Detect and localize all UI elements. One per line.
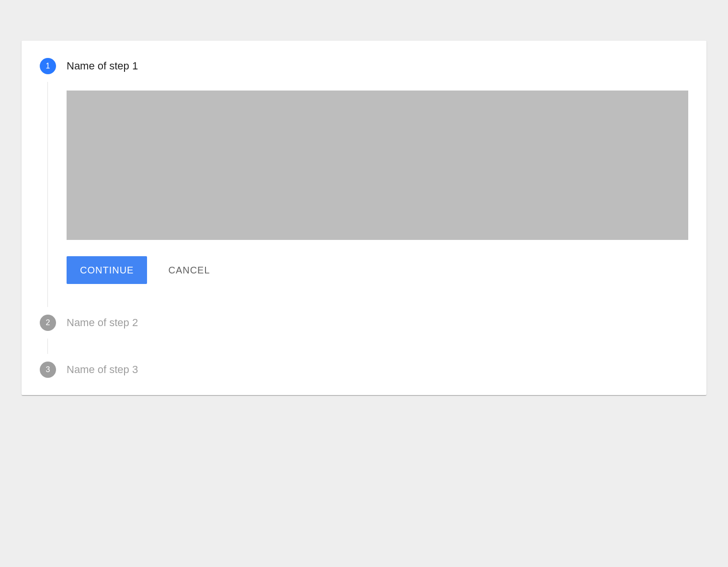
step-1-number-icon: 1 <box>40 58 56 74</box>
step-1-body: CONTINUE CANCEL <box>47 76 688 313</box>
step-1-header[interactable]: 1 Name of step 1 <box>40 56 688 76</box>
cancel-button[interactable]: CANCEL <box>168 265 210 276</box>
step-2-header[interactable]: 2 Name of step 2 <box>40 313 688 333</box>
step-2-number: 2 <box>46 318 50 327</box>
step-3-header[interactable]: 3 Name of step 3 <box>40 360 688 380</box>
step-1: 1 Name of step 1 CONTINUE CANCEL <box>40 56 688 313</box>
step-3: 3 Name of step 3 <box>40 360 688 380</box>
step-2-number-icon: 2 <box>40 315 56 331</box>
step-3-number: 3 <box>46 365 50 374</box>
step-1-actions: CONTINUE CANCEL <box>67 256 688 284</box>
step-2: 2 Name of step 2 <box>40 313 688 360</box>
continue-button[interactable]: CONTINUE <box>67 256 147 284</box>
step-2-label: Name of step 2 <box>67 317 138 329</box>
step-1-content-placeholder <box>67 91 688 240</box>
step-1-label: Name of step 1 <box>67 60 138 72</box>
stepper-card: 1 Name of step 1 CONTINUE CANCEL 2 Name … <box>22 41 706 395</box>
step-3-number-icon: 3 <box>40 362 56 378</box>
step-3-label: Name of step 3 <box>67 363 138 376</box>
step-2-connector <box>47 333 688 360</box>
step-1-number: 1 <box>46 62 50 70</box>
